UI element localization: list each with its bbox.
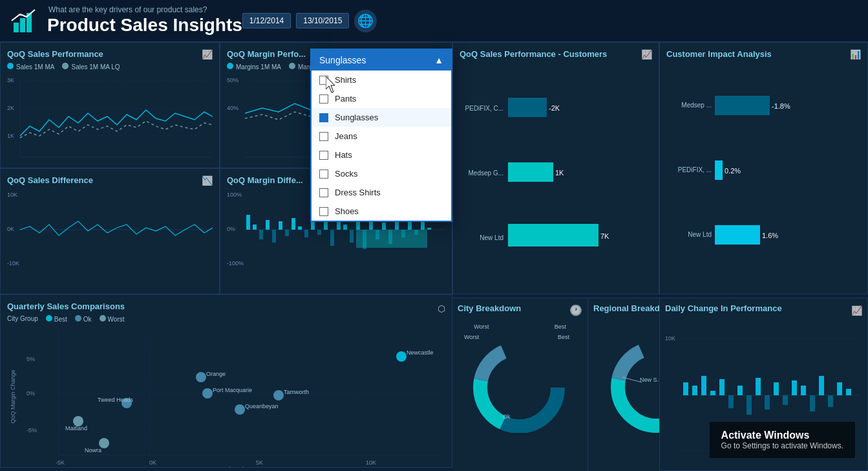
svg-text:2K: 2K (7, 105, 14, 111)
dropdown-item-shoes[interactable]: Shoes (312, 202, 451, 221)
qoq-sales-perf-chart: 3K 2K 1K (7, 74, 213, 159)
svg-text:1.6%: 1.6% (762, 232, 778, 239)
pants-label: Pants (335, 94, 356, 104)
svg-text:5K: 5K (256, 459, 263, 466)
svg-rect-146 (837, 382, 842, 395)
date-from[interactable]: 1/12/2014 (242, 13, 291, 28)
product-dropdown[interactable]: Sunglasses ▲ Shirts Pants Sunglasses Jea… (310, 49, 452, 222)
svg-rect-55 (324, 221, 328, 230)
svg-text:-5K: -5K (56, 459, 65, 466)
dress-shirts-label: Dress Shirts (335, 188, 381, 197)
header: What are the key drivers of our product … (0, 0, 868, 42)
svg-text:1K: 1K (7, 133, 14, 139)
line-chart-icon[interactable]: 📈 (202, 49, 213, 60)
city-breakdown-title: City Breakdown (458, 303, 521, 313)
svg-rect-58 (343, 225, 347, 230)
dropdown-item-dress-shirts[interactable]: Dress Shirts (312, 183, 451, 202)
svg-rect-131 (701, 376, 706, 395)
globe-icon[interactable]: 🌐 (354, 10, 377, 32)
shoes-checkbox[interactable] (319, 207, 328, 216)
svg-text:Tweed Heads: Tweed Heads (98, 397, 134, 403)
customer-impact-panel: Customer Impact Analysis 📊 Medsep ... -1… (659, 42, 868, 294)
svg-rect-49 (285, 230, 289, 236)
quarterly-export-icon[interactable]: ⬡ (438, 303, 445, 314)
impact-bar-chart: Medsep ... -1.8% PEDiFIX, ... 0.2% New L… (666, 69, 863, 289)
svg-rect-56 (330, 230, 334, 246)
dropdown-item-shirts[interactable]: Shirts (312, 71, 451, 89)
activate-windows-title: Activate Windows (721, 430, 843, 441)
svg-text:Nowra: Nowra (85, 447, 101, 454)
svg-text:New S...: New S... (640, 377, 662, 383)
svg-text:Maitland: Maitland (65, 425, 87, 432)
svg-rect-140 (783, 395, 788, 405)
svg-text:Queanbeyan: Queanbeyan (245, 403, 279, 410)
customer-impact-title: Customer Impact Analysis (666, 49, 861, 59)
svg-text:PEDiFIX, C...: PEDiFIX, C... (465, 105, 503, 112)
svg-text:10K: 10K (7, 192, 17, 198)
svg-rect-68 (408, 221, 412, 230)
quarterly-scatter-chart: 5% 0% -5% -5K 0K 5K 10K QoQ Sales Change… (7, 325, 447, 468)
sales-diff-icon[interactable]: 📉 (202, 175, 213, 186)
sunglasses-label: Sunglasses (335, 113, 378, 122)
svg-rect-52 (304, 230, 308, 237)
impact-chart-icon[interactable]: 📊 (850, 49, 861, 60)
svg-text:QoQ Sales Change: QoQ Sales Change (208, 466, 259, 468)
shirts-label: Shirts (335, 75, 356, 85)
svg-rect-71 (427, 228, 431, 230)
svg-text:New Ltd: New Ltd (688, 231, 712, 238)
shirts-checkbox[interactable] (319, 76, 328, 85)
dropdown-item-socks[interactable]: Socks (312, 164, 451, 183)
svg-point-88 (196, 372, 206, 382)
svg-point-86 (396, 351, 407, 362)
svg-text:100%: 100% (227, 192, 242, 198)
pants-checkbox[interactable] (319, 94, 328, 104)
jeans-label: Jeans (335, 131, 357, 141)
qoq-sales-performance-panel: QoQ Sales Performance 📈 Sales 1M MA Sale… (0, 42, 220, 168)
svg-rect-130 (692, 386, 697, 395)
socks-label: Socks (335, 169, 357, 179)
svg-point-108 (494, 363, 544, 412)
svg-rect-147 (846, 389, 851, 395)
svg-text:50%: 50% (227, 77, 238, 83)
svg-text:Ok: Ok (503, 413, 511, 420)
svg-rect-51 (298, 226, 302, 230)
dropdown-item-hats[interactable]: Hats (312, 146, 451, 164)
svg-rect-139 (774, 382, 779, 395)
svg-rect-33 (715, 225, 760, 245)
shoes-label: Shoes (335, 206, 359, 216)
svg-rect-136 (746, 395, 752, 415)
hats-checkbox[interactable] (319, 151, 328, 160)
svg-text:Best: Best (558, 334, 570, 340)
svg-rect-18 (508, 98, 547, 117)
dropdown-item-sunglasses[interactable]: Sunglasses (312, 108, 451, 127)
svg-text:Newcastle: Newcastle (407, 349, 434, 356)
svg-rect-2 (20, 18, 25, 32)
dropdown-chevron-up-icon[interactable]: ▲ (434, 55, 443, 65)
svg-text:7K: 7K (600, 232, 609, 240)
svg-text:0K: 0K (149, 459, 156, 466)
customers-bar-chart: PEDiFIX, C... -2K Medsep G... 1K New Ltd… (460, 65, 653, 285)
activate-windows-subtitle: Go to Settings to activate Windows. (721, 441, 843, 450)
svg-rect-21 (508, 162, 553, 182)
header-subtitle: What are the key drivers of our product … (48, 5, 207, 14)
dress-shirts-checkbox[interactable] (319, 188, 328, 197)
jeans-checkbox[interactable] (319, 132, 328, 141)
dropdown-item-jeans[interactable]: Jeans (312, 127, 451, 146)
svg-rect-134 (728, 395, 734, 408)
svg-rect-72 (356, 230, 427, 248)
svg-text:-5%: -5% (26, 427, 37, 433)
qoq-sales-diff-panel: QoQ Sales Difference 📉 10K 0K -10K (0, 168, 220, 294)
hats-label: Hats (335, 150, 352, 160)
customers-chart-icon[interactable]: 📈 (641, 49, 652, 60)
daily-change-icon[interactable]: 📈 (851, 305, 862, 316)
svg-text:-10K: -10K (7, 260, 19, 267)
city-clock-icon[interactable]: 🕐 (569, 304, 582, 316)
header-title: Product Sales Insights (47, 15, 242, 36)
qoq-sales-customers-panel: QoQ Sales Performance - Customers 📈 PEDi… (452, 42, 659, 294)
date-to[interactable]: 13/10/2015 (296, 13, 349, 28)
svg-text:Worst: Worst (464, 334, 480, 340)
socks-checkbox[interactable] (319, 170, 328, 179)
sunglasses-checkbox[interactable] (319, 113, 328, 122)
dropdown-item-pants[interactable]: Pants (312, 89, 451, 108)
svg-text:3K: 3K (7, 77, 14, 83)
